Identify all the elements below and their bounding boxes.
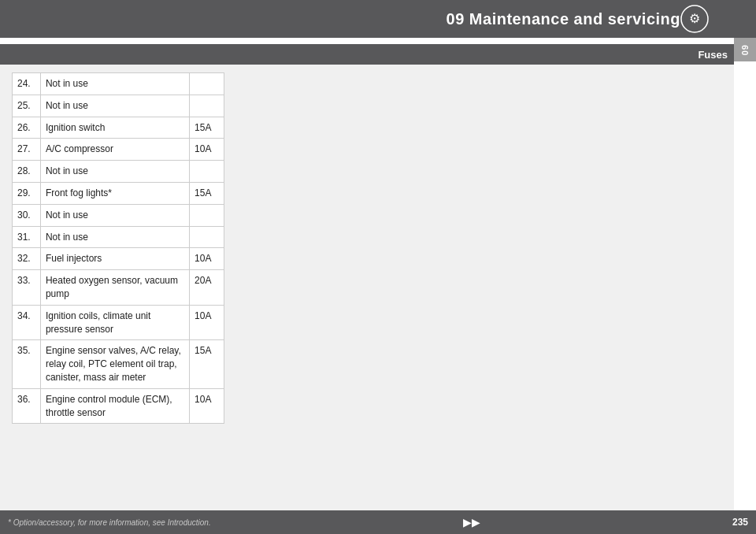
table-row: 28.Not in use — [13, 161, 224, 183]
fuse-description: Engine sensor valves, A/C relay, relay c… — [40, 340, 189, 388]
table-row: 30.Not in use — [13, 204, 224, 226]
header-title: 09 Maintenance and servicing — [447, 10, 680, 28]
fuse-description: Engine control module (ECM), throttle se… — [40, 388, 189, 424]
fuse-rating: 10A — [190, 248, 224, 270]
fuse-rating — [190, 161, 224, 183]
footer-arrow: ▶▶ — [463, 516, 480, 528]
fuse-number: 31. — [13, 226, 41, 248]
fuse-number: 25. — [13, 95, 41, 117]
fuse-description: A/C compressor — [40, 139, 189, 161]
fuse-rating: 10A — [190, 305, 224, 340]
fuse-number: 26. — [13, 117, 41, 139]
fuse-description: Fuel injectors — [40, 248, 189, 270]
footer-page: 235 — [732, 517, 748, 528]
chapter-tab: 09 — [734, 38, 756, 61]
fuse-rating — [190, 204, 224, 226]
fuse-rating — [190, 95, 224, 117]
fuse-rating: 10A — [190, 388, 224, 424]
fuse-rating: 15A — [190, 340, 224, 388]
table-row: 26.Ignition switch15A — [13, 117, 224, 139]
chapter-tab-label: 09 — [740, 44, 750, 55]
fuse-number: 36. — [13, 388, 41, 424]
fuse-number: 32. — [13, 248, 41, 270]
table-row: 33.Heated oxygen sensor, vacuum pump20A — [13, 270, 224, 306]
fuse-rating — [190, 73, 224, 95]
fuse-description: Ignition coils, climate unit pressure se… — [40, 305, 189, 340]
fuse-description: Heated oxygen sensor, vacuum pump — [40, 270, 189, 306]
fuse-rating: 15A — [190, 117, 224, 139]
fuse-description: Front fog lights* — [40, 182, 189, 204]
table-row: 31.Not in use — [13, 226, 224, 248]
table-row: 25.Not in use — [13, 95, 224, 117]
table-row: 35.Engine sensor valves, A/C relay, rela… — [13, 340, 224, 388]
fuse-description: Not in use — [40, 204, 189, 226]
footer: * Option/accessory, for more information… — [0, 510, 756, 534]
fuse-rating: 10A — [190, 139, 224, 161]
main-content: 24.Not in use25.Not in use26.Ignition sw… — [0, 65, 734, 510]
fuse-number: 29. — [13, 182, 41, 204]
fuses-banner: Fuses — [0, 44, 734, 65]
table-row: 27.A/C compressor10A — [13, 139, 224, 161]
table-row: 34.Ignition coils, climate unit pressure… — [13, 305, 224, 340]
fuse-description: Not in use — [40, 226, 189, 248]
footer-note: * Option/accessory, for more information… — [8, 518, 211, 527]
wrench-icon: ⚙ — [680, 5, 709, 33]
fuse-number: 34. — [13, 305, 41, 340]
table-row: 24.Not in use — [13, 73, 224, 95]
table-row: 29.Front fog lights*15A — [13, 182, 224, 204]
fuse-number: 27. — [13, 139, 41, 161]
fuse-description: Not in use — [40, 73, 189, 95]
fuse-number: 28. — [13, 161, 41, 183]
fuse-rating: 20A — [190, 270, 224, 306]
header: 09 Maintenance and servicing ⚙ — [0, 0, 756, 38]
fuse-rating — [190, 226, 224, 248]
fuse-number: 35. — [13, 340, 41, 388]
fuse-description: Not in use — [40, 95, 189, 117]
fuse-rating: 15A — [190, 182, 224, 204]
fuse-table: 24.Not in use25.Not in use26.Ignition sw… — [12, 72, 224, 424]
fuse-number: 33. — [13, 270, 41, 306]
fuse-description: Not in use — [40, 161, 189, 183]
fuse-description: Ignition switch — [40, 117, 189, 139]
svg-text:⚙: ⚙ — [689, 12, 700, 25]
fuse-number: 24. — [13, 73, 41, 95]
fuse-number: 30. — [13, 204, 41, 226]
fuses-banner-title: Fuses — [698, 49, 728, 61]
table-row: 32.Fuel injectors10A — [13, 248, 224, 270]
table-row: 36.Engine control module (ECM), throttle… — [13, 388, 224, 424]
